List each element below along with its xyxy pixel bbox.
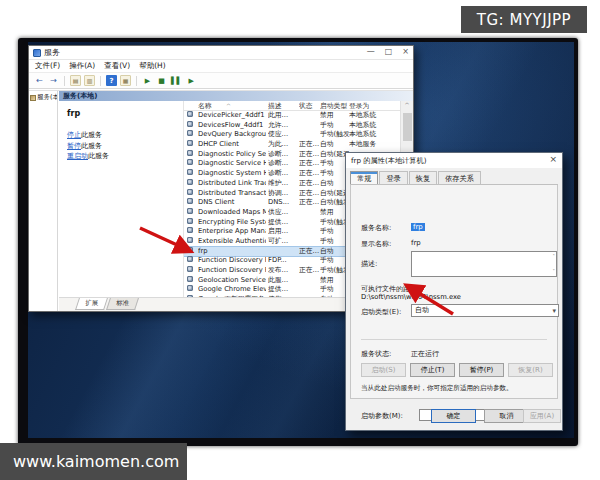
- dialog-titlebar[interactable]: frp 的属性(本地计算机) ×: [346, 153, 562, 168]
- column-header-name[interactable]: 名称: [198, 101, 266, 111]
- cell-name: Diagnostic Service Host: [198, 159, 266, 169]
- pane-header: 服务(本地): [59, 91, 413, 101]
- scroll-up-icon[interactable]: ˄: [553, 254, 556, 259]
- column-header-desc[interactable]: 描述: [268, 101, 296, 111]
- cell-logon: 本地系统: [349, 111, 395, 121]
- cell-name: Distributed Link Tracking...: [198, 179, 266, 189]
- divider: [361, 339, 547, 340]
- window-title: 服务: [44, 47, 60, 58]
- column-header-status[interactable]: 状态: [299, 101, 319, 111]
- toolbar-separator: [100, 76, 101, 86]
- cell-name: Distributed Transaction C...: [198, 189, 266, 199]
- service-gear-icon: [187, 150, 193, 156]
- ok-button[interactable]: 确定: [431, 409, 476, 423]
- pause-service-icon[interactable]: ▌▌: [170, 75, 183, 86]
- dialog-close-icon[interactable]: ×: [549, 154, 557, 164]
- exec-path-value: D:\soft\nssm\win64\nssm.exe: [361, 293, 461, 301]
- cell-name: frp: [198, 247, 266, 257]
- cell-name: DHCP Client: [198, 140, 266, 150]
- service-gear-icon: [187, 266, 193, 272]
- service-name-label: 服务名称:: [361, 223, 391, 233]
- website-watermark: www.kaimomen.com: [0, 443, 187, 480]
- mmc-app-icon: [33, 49, 41, 57]
- stop-button[interactable]: 停止(T): [410, 363, 455, 377]
- apply-button: 应用(A): [523, 409, 561, 423]
- pause-service-link[interactable]: 暂停此服务: [67, 141, 183, 152]
- start-button: 启动(S): [361, 363, 406, 377]
- cell-desc: 维护...: [268, 179, 296, 189]
- startup-type-label: 启动类型(E):: [361, 307, 401, 317]
- pause-button[interactable]: 暂停(P): [459, 363, 504, 377]
- selected-service-name: frp: [67, 109, 183, 118]
- service-row[interactable]: DevicePicker_4ddf1此用...禁用本地系统: [184, 111, 413, 121]
- scrollbar-thumb[interactable]: [403, 113, 412, 141]
- service-row[interactable]: DevicesFlow_4ddf1允许...手动本地系统: [184, 121, 413, 131]
- cell-desc: FDP...: [268, 256, 296, 266]
- menu-action[interactable]: 操作(A): [69, 61, 95, 71]
- restart-service-icon[interactable]: ▶: [186, 75, 197, 86]
- forward-icon[interactable]: →: [48, 75, 59, 86]
- cell-name: Diagnostic Policy Service: [198, 150, 266, 160]
- service-row[interactable]: DHCP Client为此...正在...自动本地服务: [184, 140, 413, 150]
- tab-extended[interactable]: 扩展: [75, 298, 108, 310]
- services-titlebar[interactable]: 服务 — □ ×: [29, 46, 413, 60]
- cell-status: 正在...: [299, 266, 319, 276]
- toolbar-separator: [64, 76, 65, 86]
- cell-name: Google Chrome Elevatio...: [198, 285, 266, 295]
- cell-desc: 供应...: [268, 208, 296, 218]
- cell-logon: 本地服务: [349, 140, 395, 150]
- tree-item-services-local[interactable]: 服务(本地): [30, 93, 56, 102]
- tab-recovery[interactable]: 恢复: [409, 171, 437, 184]
- export-list-icon[interactable]: ▥: [84, 75, 95, 86]
- cell-name: Diagnostic System Host: [198, 169, 266, 179]
- cell-status: 正在...: [299, 140, 319, 150]
- start-service-icon[interactable]: ▶: [142, 75, 153, 86]
- description-label: 描述:: [361, 259, 377, 269]
- scroll-up-icon[interactable]: ^: [401, 101, 413, 108]
- cell-logon: 本地系统: [349, 130, 395, 140]
- service-status-value: 正在运行: [411, 349, 439, 359]
- display-name-label: 显示名称:: [361, 239, 391, 249]
- menu-file[interactable]: 文件(F): [35, 61, 60, 71]
- service-gear-icon: [187, 247, 193, 253]
- tab-general[interactable]: 常规: [350, 171, 378, 184]
- scroll-down-icon[interactable]: ˅: [553, 269, 556, 274]
- restart-service-link[interactable]: 重启动此服务: [67, 151, 183, 162]
- startup-type-select[interactable]: 自动 ▾: [411, 304, 559, 317]
- maximize-icon[interactable]: □: [385, 47, 393, 56]
- column-header-logon[interactable]: 登录为: [349, 101, 395, 111]
- tree-root-icon: [30, 95, 36, 101]
- stop-service-icon[interactable]: ■: [156, 75, 167, 86]
- minimize-icon[interactable]: —: [367, 47, 375, 56]
- tab-logon[interactable]: 登录: [379, 171, 407, 184]
- stop-service-link[interactable]: 停止此服务: [67, 130, 183, 141]
- cell-status: 正在...: [299, 150, 319, 160]
- tab-standard[interactable]: 标准: [106, 298, 139, 310]
- cell-name: Extensible Authentication...: [198, 237, 266, 247]
- service-gear-icon: [187, 218, 193, 224]
- cell-status: 正在...: [299, 247, 319, 257]
- cell-name: DNS Client: [198, 198, 266, 208]
- cell-desc: 此服...: [268, 276, 296, 286]
- chevron-down-icon: ▾: [552, 306, 556, 317]
- menu-help[interactable]: 帮助(H): [139, 61, 166, 71]
- cell-desc: 协调...: [268, 189, 296, 199]
- frp-properties-dialog: frp 的属性(本地计算机) × 常规 登录 恢复 依存关系 服务名称: frp…: [345, 152, 563, 431]
- cell-desc: 提供...: [268, 218, 296, 228]
- properties-icon[interactable]: ▦: [120, 75, 131, 86]
- tab-dependencies[interactable]: 依存关系: [438, 171, 481, 184]
- description-textarea[interactable]: ˄ ˅: [411, 251, 557, 277]
- back-icon[interactable]: ←: [34, 75, 45, 86]
- service-gear-icon: [187, 130, 193, 136]
- service-gear-icon: [187, 189, 193, 195]
- service-row[interactable]: DevQuery Background D...使应...手动(触发...本地系…: [184, 130, 413, 140]
- menu-view[interactable]: 查看(V): [104, 61, 130, 71]
- menubar: 文件(F) 操作(A) 查看(V) 帮助(H): [29, 60, 413, 73]
- cell-desc: 使应...: [268, 130, 296, 140]
- cell-name: DevicePicker_4ddf1: [198, 111, 266, 121]
- cell-logon: 本地系统: [349, 121, 395, 131]
- close-icon[interactable]: ×: [402, 47, 409, 56]
- service-gear-icon: [187, 285, 193, 291]
- show-console-tree-icon[interactable]: ▤: [70, 75, 81, 86]
- help-icon[interactable]: ?: [106, 75, 117, 86]
